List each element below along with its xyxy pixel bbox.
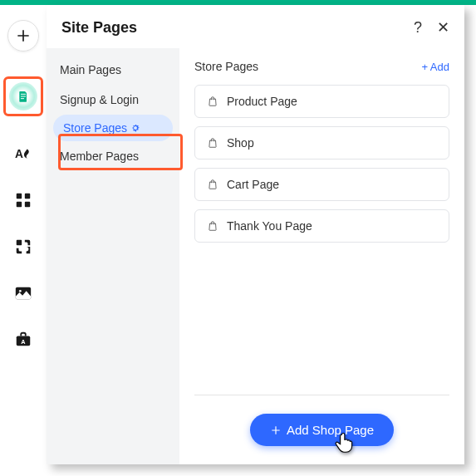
bag-icon <box>207 179 218 190</box>
media-button[interactable] <box>14 284 32 302</box>
page-item-cart[interactable]: Cart Page <box>194 168 449 201</box>
help-button[interactable]: ? <box>414 19 422 37</box>
add-element-button[interactable] <box>7 20 39 52</box>
main-wrap: A A Site Pages ? ✕ Main Pages <box>0 5 476 476</box>
page-label: Shop <box>227 136 254 150</box>
add-page-link[interactable]: + Add <box>421 61 449 73</box>
panel-title: Site Pages <box>61 19 137 37</box>
category-main-pages[interactable]: Main Pages <box>47 55 179 85</box>
page-item-thankyou[interactable]: Thank You Page <box>194 209 449 243</box>
gear-icon <box>130 123 140 133</box>
category-label: Main Pages <box>60 63 121 76</box>
image-icon <box>14 284 32 302</box>
design-icon: A <box>14 145 32 163</box>
content-area: Store Pages + Add Product Page Shop Cart <box>179 48 464 464</box>
content-title: Store Pages <box>194 60 258 73</box>
plus-icon <box>15 27 32 44</box>
hand-cursor-icon <box>332 430 356 454</box>
close-button[interactable]: ✕ <box>437 18 449 37</box>
panel-header: Site Pages ? ✕ <box>47 5 464 48</box>
add-shop-page-button[interactable]: Add Shop Page <box>250 414 394 446</box>
page-item-shop[interactable]: Shop <box>194 126 449 159</box>
content-footer: Add Shop Page <box>194 395 449 464</box>
svg-rect-3 <box>17 202 22 207</box>
pages-button[interactable] <box>9 82 37 110</box>
category-member-pages[interactable]: Member Pages <box>47 141 179 171</box>
page-label: Thank You Page <box>227 219 312 233</box>
plus-icon <box>270 424 282 436</box>
bag-icon <box>207 96 218 107</box>
svg-point-7 <box>19 290 22 292</box>
svg-text:A: A <box>21 338 26 346</box>
addons-button[interactable] <box>14 238 32 256</box>
category-signup-login[interactable]: Signup & Login <box>47 85 179 115</box>
category-column: Main Pages Signup & Login Store Pages Me… <box>47 48 179 464</box>
site-pages-panel: Site Pages ? ✕ Main Pages Signup & Login… <box>47 5 464 464</box>
store-button[interactable]: A <box>14 331 32 349</box>
page-label: Product Page <box>227 95 297 108</box>
panel-body: Main Pages Signup & Login Store Pages Me… <box>47 48 464 464</box>
page-label: Cart Page <box>227 178 279 191</box>
button-label: Add Shop Page <box>287 423 374 437</box>
category-label: Member Pages <box>60 150 139 163</box>
category-label: Store Pages <box>63 121 127 135</box>
puzzle-icon <box>14 238 32 256</box>
grid-icon <box>14 191 32 209</box>
bag-icon <box>207 137 218 149</box>
briefcase-icon: A <box>14 331 32 349</box>
bag-icon <box>207 220 218 232</box>
svg-rect-4 <box>25 202 30 207</box>
content-header: Store Pages + Add <box>194 60 449 73</box>
svg-text:A: A <box>15 148 23 160</box>
page-list: Product Page Shop Cart Page Thank You Pa… <box>194 85 449 243</box>
cursor-pointer-overlay <box>332 430 356 457</box>
apps-button[interactable] <box>14 191 32 209</box>
page-item-product[interactable]: Product Page <box>194 85 449 118</box>
svg-rect-5 <box>17 240 22 245</box>
svg-rect-1 <box>17 194 22 199</box>
header-actions: ? ✕ <box>414 18 449 37</box>
category-store-pages[interactable]: Store Pages <box>53 115 173 141</box>
page-icon <box>17 90 30 103</box>
design-button[interactable]: A <box>14 145 32 163</box>
tool-rail: A A <box>0 5 47 476</box>
svg-rect-2 <box>25 194 30 199</box>
category-label: Signup & Login <box>60 93 139 106</box>
pages-button-highlight <box>3 76 43 116</box>
